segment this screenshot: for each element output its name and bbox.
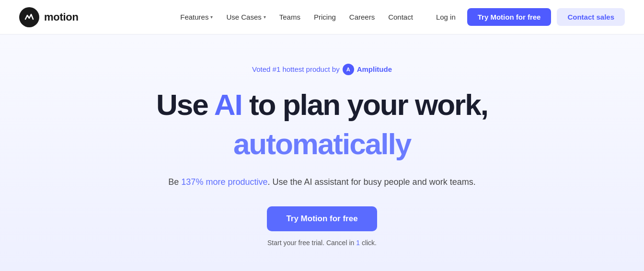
hero-subtext: Start your free trial. Cancel in 1 click… (267, 239, 377, 247)
nav-pricing[interactable]: Pricing (308, 9, 342, 25)
subtext-part1: Start your (267, 239, 299, 247)
productive-highlight: 137% more productive (181, 177, 267, 187)
contact-sales-button[interactable]: Contact sales (557, 8, 625, 26)
hero-title-ai: AI (214, 88, 242, 121)
hero-description: Be 137% more productive. Use the AI assi… (168, 175, 475, 189)
badge-text: Voted #1 hottest product by (252, 65, 340, 73)
desc-part1: Be (168, 177, 181, 187)
desc-part2: . Use the AI assistant for busy people a… (267, 177, 475, 187)
nav-careers[interactable]: Careers (344, 9, 380, 25)
nav-features[interactable]: Features ▾ (174, 9, 218, 25)
chevron-down-icon: ▾ (264, 14, 266, 20)
try-free-nav-button[interactable]: Try Motion for free (467, 8, 552, 26)
click-number: 1 (356, 239, 360, 247)
amplitude-brand-name: Amplitude (357, 65, 392, 73)
try-free-hero-button[interactable]: Try Motion for free (267, 206, 377, 231)
hero-title-part1: Use (156, 88, 214, 121)
hero-title: Use AI to plan your work, (156, 89, 488, 121)
logo-svg (23, 11, 35, 23)
nav-links: Features ▾ Use Cases ▾ Teams Pricing Car… (174, 9, 419, 25)
chevron-down-icon: ▾ (210, 14, 213, 20)
nav-contact[interactable]: Contact (382, 9, 419, 25)
logo-icon (19, 7, 39, 27)
hero-badge: Voted #1 hottest product by A Amplitude (252, 64, 392, 75)
subtext-part2: . Cancel in (322, 239, 356, 247)
hero-subtitle: automatically (233, 127, 411, 161)
nav-use-cases[interactable]: Use Cases ▾ (220, 9, 271, 25)
subtext-part3: click. (360, 239, 377, 247)
logo-text: motion (44, 11, 79, 23)
logo-link[interactable]: motion (19, 7, 79, 27)
nav-actions: Log in Try Motion for free Contact sales (430, 8, 625, 26)
nav-teams[interactable]: Teams (274, 9, 306, 25)
amplitude-logo-icon: A (343, 64, 354, 75)
hero-section: Voted #1 hottest product by A Amplitude … (0, 34, 644, 271)
free-trial-text: free trial (299, 239, 323, 247)
login-link[interactable]: Log in (430, 9, 461, 25)
hero-title-part2: to plan your work, (242, 88, 488, 121)
navbar: motion Features ▾ Use Cases ▾ Teams Pric… (0, 0, 644, 34)
